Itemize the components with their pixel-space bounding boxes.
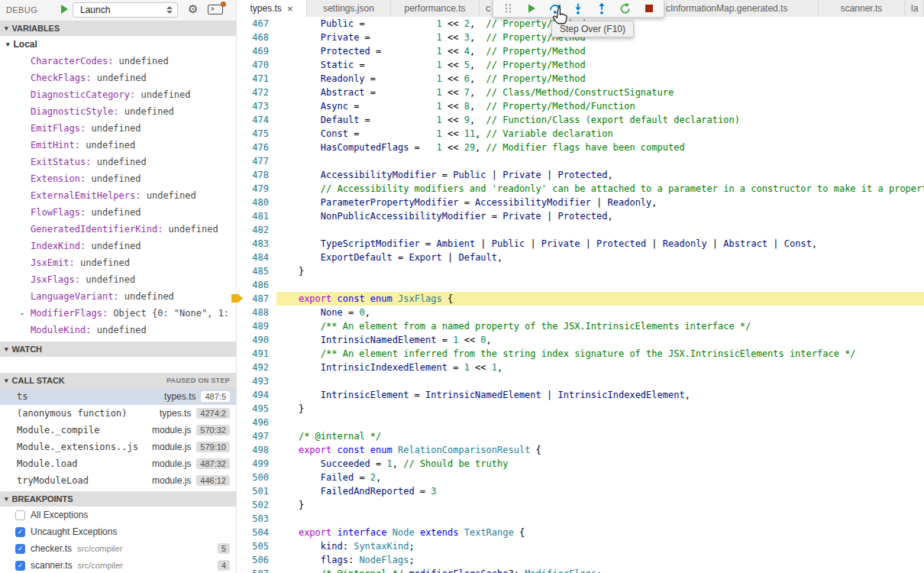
line-number[interactable]: 485 — [237, 264, 276, 278]
code-text[interactable]: Static = 1 << 5, // Property/Method — [276, 58, 924, 72]
code-text[interactable]: FailedAndReported = 3 — [276, 484, 924, 498]
code-text[interactable]: } — [276, 264, 924, 278]
code-text[interactable]: IntrinsicElement = IntrinsicNamedElement… — [276, 388, 924, 402]
breakpoint-checkbox[interactable]: ✓ — [15, 527, 25, 537]
code-text[interactable] — [276, 512, 924, 526]
line-number[interactable]: 492 — [237, 361, 276, 374]
line-number[interactable]: 478 — [237, 168, 276, 182]
code-text[interactable]: ParameterPropertyModifier = Accessibilit… — [276, 196, 924, 209]
variable-row[interactable]: IndexKind: undefined — [0, 238, 236, 254]
code-text[interactable]: Succeeded = 1, // Should be truthy — [276, 457, 924, 471]
line-number[interactable]: 498 — [237, 443, 276, 457]
code-text[interactable] — [276, 223, 924, 237]
call-stack-section-header[interactable]: ▾ CALL STACK PAUSED ON STEP — [0, 373, 236, 388]
tab-types.ts[interactable]: types.ts× — [237, 0, 307, 17]
breakpoint-row[interactable]: ✓Uncaught Exceptions — [0, 523, 236, 540]
variable-row[interactable]: JsxEmit: undefined — [0, 254, 236, 271]
variable-row[interactable]: DiagnosticCategory: undefined — [0, 86, 236, 103]
line-number[interactable]: 479 — [237, 182, 276, 196]
line-number[interactable]: 480 — [237, 196, 276, 209]
step-out-button[interactable] — [595, 2, 609, 15]
tab-close-icon[interactable]: × — [287, 4, 293, 14]
line-number[interactable]: 497 — [237, 429, 276, 443]
code-text[interactable] — [276, 278, 924, 292]
variable-row[interactable]: ▸ModifierFlags: Object {0: "None", 1: "E… — [0, 305, 236, 322]
line-number[interactable]: 471 — [237, 72, 276, 86]
breakpoints-section-header[interactable]: ▾ BREAKPOINTS — [0, 491, 236, 507]
chevron-right-icon[interactable]: ▸ — [21, 310, 24, 317]
code-text[interactable]: } — [276, 498, 924, 512]
code-text[interactable]: Readonly = 1 << 6, // Property/Method — [276, 72, 924, 86]
line-number[interactable]: 499 — [237, 457, 276, 471]
code-text[interactable]: flags: NodeFlags; — [276, 553, 924, 567]
code-text[interactable]: Default = 1 << 9, // Function/Class (exp… — [276, 113, 924, 127]
variable-row[interactable]: EmitHint: undefined — [0, 137, 236, 154]
code-text[interactable]: /* @internal */ modifierFlagsCache?: Mod… — [276, 567, 924, 573]
variables-section-header[interactable]: ▾ VARIABLES — [0, 21, 236, 36]
code-text[interactable]: IntrinsicNamedElement = 1 << 0, — [276, 333, 924, 347]
tab-performance.ts[interactable]: performance.ts — [391, 0, 480, 17]
code-text[interactable]: /** An element from a named property of … — [276, 319, 924, 333]
code-text[interactable]: None = 0, — [276, 306, 924, 319]
scope-local[interactable]: ▾ Local — [0, 36, 236, 53]
call-stack-frame[interactable]: (anonymous function)types.ts4274:2 — [0, 405, 236, 422]
line-number[interactable]: 483 — [237, 237, 276, 251]
variable-row[interactable]: ExternalEmitHelpers: undefined — [0, 187, 236, 204]
code-text[interactable]: Async = 1 << 8, // Property/Method/Funct… — [276, 99, 924, 113]
code-text[interactable]: /* @internal */ — [276, 429, 924, 443]
code-text[interactable] — [276, 154, 924, 168]
breakpoint-checkbox[interactable] — [15, 510, 25, 520]
start-debug-button[interactable] — [58, 4, 70, 16]
call-stack-frame[interactable]: tstypes.ts487:5 — [0, 388, 236, 405]
line-number[interactable]: 486 — [237, 278, 276, 292]
line-number[interactable]: 467 — [237, 17, 276, 31]
variable-row[interactable]: DiagnosticStyle: undefined — [0, 103, 236, 120]
variable-row[interactable]: EmitFlags: undefined — [0, 120, 236, 137]
line-number[interactable]: 468 — [237, 31, 276, 44]
line-number[interactable]: 477 — [237, 154, 276, 168]
line-number[interactable]: 493 — [237, 374, 276, 388]
code-text[interactable]: Abstract = 1 << 7, // Class/Method/Const… — [276, 86, 924, 99]
variable-row[interactable]: LanguageVariant: undefined — [0, 288, 236, 305]
line-number[interactable]: 506 — [237, 553, 276, 567]
line-number[interactable]: 496 — [237, 416, 276, 429]
line-number[interactable]: 469 — [237, 44, 276, 58]
line-number[interactable]: 482 — [237, 223, 276, 237]
code-text[interactable]: NonPublicAccessibilityModifier = Private… — [276, 209, 924, 223]
line-number[interactable]: 495 — [237, 402, 276, 416]
code-text[interactable]: kind: SyntaxKind; — [276, 539, 924, 553]
line-number[interactable]: 501 — [237, 484, 276, 498]
breakpoint-row[interactable]: ✓checker.tssrc/compiler5 — [0, 540, 236, 557]
line-number[interactable]: 500 — [237, 471, 276, 484]
variable-row[interactable]: ModuleKind: undefined — [0, 322, 236, 338]
code-editor[interactable]: 467 Public = 1 << 2, // Property/Method4… — [237, 17, 924, 573]
line-number[interactable]: 490 — [237, 333, 276, 347]
variable-row[interactable]: CharacterCodes: undefined — [0, 53, 236, 70]
breakpoint-checkbox[interactable]: ✓ — [15, 544, 25, 554]
code-text[interactable]: // Accessibility modifiers and 'readonly… — [276, 182, 924, 196]
code-text[interactable]: HasComputedFlags = 1 << 29, // Modifier … — [276, 141, 924, 154]
watch-section-header[interactable]: ▾ WATCH — [0, 342, 236, 357]
code-text[interactable]: Const = 1 << 11, // Variable declaration — [276, 127, 924, 141]
line-number[interactable]: 489 — [237, 319, 276, 333]
line-number[interactable]: 481 — [237, 209, 276, 223]
code-text[interactable]: export interface Node extends TextRange … — [276, 526, 924, 539]
code-text[interactable]: export const enum JsxFlags { — [276, 292, 924, 306]
code-text[interactable]: Failed = 2, — [276, 471, 924, 484]
variable-row[interactable]: CheckFlags: undefined — [0, 70, 236, 86]
breakpoint-row[interactable]: All Exceptions — [0, 507, 236, 523]
code-text[interactable]: AccessibilityModifier = Public | Private… — [276, 168, 924, 182]
tab-la[interactable]: la — [905, 0, 924, 17]
line-number[interactable]: 484 — [237, 251, 276, 264]
tab-scanner.ts[interactable]: scanner.ts — [819, 0, 905, 17]
line-number[interactable]: 474 — [237, 113, 276, 127]
breakpoint-checkbox[interactable]: ✓ — [15, 561, 25, 571]
code-text[interactable]: Protected = 1 << 4, // Property/Method — [276, 44, 924, 58]
code-text[interactable] — [276, 416, 924, 429]
code-text[interactable] — [276, 374, 924, 388]
line-number[interactable]: 504 — [237, 526, 276, 539]
line-number[interactable]: 473 — [237, 99, 276, 113]
configure-gear-icon[interactable]: ⚙ — [188, 2, 198, 16]
step-into-button[interactable] — [571, 2, 585, 15]
launch-config-select[interactable]: Launch — [73, 2, 178, 18]
